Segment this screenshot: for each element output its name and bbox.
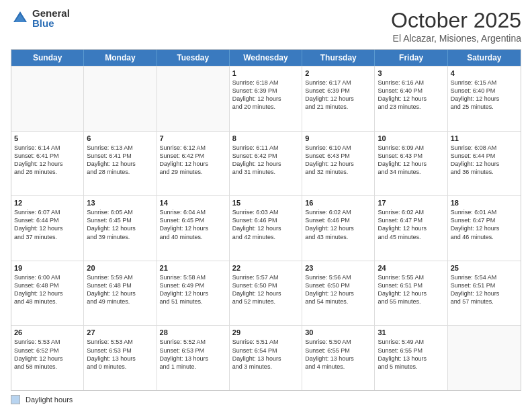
calendar-row-0: 1Sunrise: 6:18 AM Sunset: 6:39 PM Daylig… bbox=[11, 66, 521, 131]
day-number: 14 bbox=[160, 199, 226, 207]
day-number: 9 bbox=[305, 134, 371, 142]
calendar-cell-23: 23Sunrise: 5:56 AM Sunset: 6:50 PM Dayli… bbox=[302, 261, 375, 326]
cell-text: Sunrise: 6:09 AM Sunset: 6:43 PM Dayligh… bbox=[378, 144, 444, 177]
cell-text: Sunrise: 6:15 AM Sunset: 6:40 PM Dayligh… bbox=[451, 79, 518, 111]
calendar-cell-8: 8Sunrise: 6:11 AM Sunset: 6:42 PM Daylig… bbox=[230, 132, 302, 196]
legend: Daylight hours bbox=[11, 395, 521, 404]
cell-text: Sunrise: 5:56 AM Sunset: 6:50 PM Dayligh… bbox=[305, 273, 371, 306]
cell-text: Sunrise: 6:10 AM Sunset: 6:43 PM Dayligh… bbox=[305, 144, 371, 177]
day-number: 17 bbox=[378, 199, 444, 207]
day-number: 3 bbox=[378, 69, 444, 77]
day-number: 10 bbox=[378, 134, 444, 142]
calendar-cell-29: 29Sunrise: 5:51 AM Sunset: 6:54 PM Dayli… bbox=[230, 326, 302, 390]
calendar-cell-16: 16Sunrise: 6:02 AM Sunset: 6:46 PM Dayli… bbox=[302, 196, 375, 261]
calendar-cell-11: 11Sunrise: 6:08 AM Sunset: 6:44 PM Dayli… bbox=[448, 132, 521, 196]
calendar-cell-15: 15Sunrise: 6:03 AM Sunset: 6:46 PM Dayli… bbox=[230, 196, 302, 261]
cell-text: Sunrise: 6:02 AM Sunset: 6:47 PM Dayligh… bbox=[378, 208, 444, 241]
calendar-row-3: 19Sunrise: 6:00 AM Sunset: 6:48 PM Dayli… bbox=[11, 261, 521, 326]
calendar-cell-empty bbox=[84, 66, 157, 131]
calendar-row-4: 26Sunrise: 5:53 AM Sunset: 6:52 PM Dayli… bbox=[11, 325, 521, 390]
calendar-row-1: 5Sunrise: 6:14 AM Sunset: 6:41 PM Daylig… bbox=[11, 131, 521, 196]
day-number: 19 bbox=[14, 264, 81, 272]
calendar-cell-6: 6Sunrise: 6:13 AM Sunset: 6:41 PM Daylig… bbox=[84, 132, 157, 196]
title-block: October 2025 El Alcazar, Misiones, Argen… bbox=[391, 8, 521, 44]
cell-text: Sunrise: 5:54 AM Sunset: 6:51 PM Dayligh… bbox=[451, 273, 518, 306]
day-number: 13 bbox=[87, 199, 153, 207]
day-number: 27 bbox=[87, 328, 153, 336]
day-number: 23 bbox=[305, 264, 371, 272]
calendar-cell-22: 22Sunrise: 5:57 AM Sunset: 6:50 PM Dayli… bbox=[230, 261, 302, 326]
legend-box bbox=[11, 395, 20, 404]
calendar-cell-5: 5Sunrise: 6:14 AM Sunset: 6:41 PM Daylig… bbox=[11, 132, 84, 196]
weekday-header-tuesday: Tuesday bbox=[157, 50, 230, 66]
cell-text: Sunrise: 6:03 AM Sunset: 6:46 PM Dayligh… bbox=[232, 208, 299, 241]
calendar-cell-1: 1Sunrise: 6:18 AM Sunset: 6:39 PM Daylig… bbox=[230, 66, 302, 131]
day-number: 18 bbox=[451, 199, 518, 207]
day-number: 26 bbox=[14, 328, 81, 336]
calendar-cell-empty bbox=[157, 66, 230, 131]
cell-text: Sunrise: 6:05 AM Sunset: 6:45 PM Dayligh… bbox=[87, 208, 153, 241]
cell-text: Sunrise: 6:08 AM Sunset: 6:44 PM Dayligh… bbox=[451, 144, 518, 177]
cell-text: Sunrise: 6:18 AM Sunset: 6:39 PM Dayligh… bbox=[232, 79, 299, 111]
legend-label: Daylight hours bbox=[26, 396, 73, 404]
calendar-cell-31: 31Sunrise: 5:49 AM Sunset: 6:55 PM Dayli… bbox=[375, 326, 447, 390]
day-number: 25 bbox=[451, 264, 518, 272]
day-number: 24 bbox=[378, 264, 444, 272]
calendar-cell-empty bbox=[11, 66, 84, 131]
logo-icon bbox=[11, 9, 30, 28]
calendar-header: SundayMondayTuesdayWednesdayThursdayFrid… bbox=[11, 50, 521, 66]
logo: General Blue bbox=[11, 8, 70, 28]
day-number: 16 bbox=[305, 199, 371, 207]
calendar-cell-empty bbox=[448, 326, 521, 390]
calendar-cell-24: 24Sunrise: 5:55 AM Sunset: 6:51 PM Dayli… bbox=[375, 261, 447, 326]
calendar-cell-20: 20Sunrise: 5:59 AM Sunset: 6:48 PM Dayli… bbox=[84, 261, 157, 326]
calendar-cell-27: 27Sunrise: 5:53 AM Sunset: 6:53 PM Dayli… bbox=[84, 326, 157, 390]
cell-text: Sunrise: 6:01 AM Sunset: 6:47 PM Dayligh… bbox=[451, 208, 518, 241]
cell-text: Sunrise: 5:49 AM Sunset: 6:55 PM Dayligh… bbox=[378, 338, 444, 371]
weekday-header-monday: Monday bbox=[84, 50, 157, 66]
calendar-cell-26: 26Sunrise: 5:53 AM Sunset: 6:52 PM Dayli… bbox=[11, 326, 84, 390]
cell-text: Sunrise: 6:11 AM Sunset: 6:42 PM Dayligh… bbox=[232, 144, 299, 177]
weekday-header-sunday: Sunday bbox=[11, 50, 84, 66]
calendar-cell-18: 18Sunrise: 6:01 AM Sunset: 6:47 PM Dayli… bbox=[448, 196, 521, 261]
header: General Blue October 2025 El Alcazar, Mi… bbox=[11, 8, 521, 44]
cell-text: Sunrise: 6:07 AM Sunset: 6:44 PM Dayligh… bbox=[14, 208, 81, 241]
weekday-header-wednesday: Wednesday bbox=[230, 50, 302, 66]
cell-text: Sunrise: 6:13 AM Sunset: 6:41 PM Dayligh… bbox=[87, 144, 153, 177]
cell-text: Sunrise: 6:12 AM Sunset: 6:42 PM Dayligh… bbox=[160, 144, 226, 177]
weekday-header-thursday: Thursday bbox=[302, 50, 375, 66]
day-number: 4 bbox=[451, 69, 518, 77]
cell-text: Sunrise: 6:17 AM Sunset: 6:39 PM Dayligh… bbox=[305, 79, 371, 111]
calendar-cell-4: 4Sunrise: 6:15 AM Sunset: 6:40 PM Daylig… bbox=[448, 66, 521, 131]
calendar-cell-28: 28Sunrise: 5:52 AM Sunset: 6:53 PM Dayli… bbox=[157, 326, 230, 390]
cell-text: Sunrise: 6:14 AM Sunset: 6:41 PM Dayligh… bbox=[14, 144, 81, 177]
calendar-cell-17: 17Sunrise: 6:02 AM Sunset: 6:47 PM Dayli… bbox=[375, 196, 447, 261]
location-subtitle: El Alcazar, Misiones, Argentina bbox=[391, 33, 521, 44]
calendar: SundayMondayTuesdayWednesdayThursdayFrid… bbox=[11, 49, 521, 391]
cell-text: Sunrise: 5:51 AM Sunset: 6:54 PM Dayligh… bbox=[232, 338, 299, 371]
calendar-cell-30: 30Sunrise: 5:50 AM Sunset: 6:55 PM Dayli… bbox=[302, 326, 375, 390]
calendar-body: 1Sunrise: 6:18 AM Sunset: 6:39 PM Daylig… bbox=[11, 66, 521, 390]
calendar-cell-3: 3Sunrise: 6:16 AM Sunset: 6:40 PM Daylig… bbox=[375, 66, 447, 131]
calendar-cell-2: 2Sunrise: 6:17 AM Sunset: 6:39 PM Daylig… bbox=[302, 66, 375, 131]
logo-general: General bbox=[32, 8, 70, 18]
day-number: 12 bbox=[14, 199, 81, 207]
calendar-cell-7: 7Sunrise: 6:12 AM Sunset: 6:42 PM Daylig… bbox=[157, 132, 230, 196]
weekday-header-friday: Friday bbox=[375, 50, 447, 66]
calendar-cell-19: 19Sunrise: 6:00 AM Sunset: 6:48 PM Dayli… bbox=[11, 261, 84, 326]
cell-text: Sunrise: 6:02 AM Sunset: 6:46 PM Dayligh… bbox=[305, 208, 371, 241]
cell-text: Sunrise: 5:55 AM Sunset: 6:51 PM Dayligh… bbox=[378, 273, 444, 306]
day-number: 30 bbox=[305, 328, 371, 336]
day-number: 22 bbox=[232, 264, 299, 272]
day-number: 31 bbox=[378, 328, 444, 336]
calendar-cell-12: 12Sunrise: 6:07 AM Sunset: 6:44 PM Dayli… bbox=[11, 196, 84, 261]
day-number: 7 bbox=[160, 134, 226, 142]
weekday-header-saturday: Saturday bbox=[448, 50, 521, 66]
day-number: 6 bbox=[87, 134, 153, 142]
day-number: 1 bbox=[232, 69, 299, 77]
calendar-cell-13: 13Sunrise: 6:05 AM Sunset: 6:45 PM Dayli… bbox=[84, 196, 157, 261]
logo-blue: Blue bbox=[32, 18, 70, 28]
day-number: 11 bbox=[451, 134, 518, 142]
month-title: October 2025 bbox=[391, 8, 521, 33]
calendar-row-2: 12Sunrise: 6:07 AM Sunset: 6:44 PM Dayli… bbox=[11, 195, 521, 261]
